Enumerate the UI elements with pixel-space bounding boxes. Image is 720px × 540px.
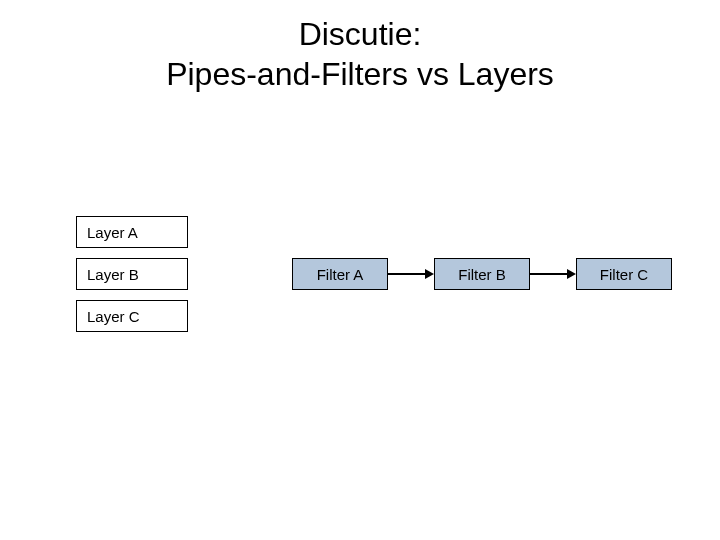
filter-label: Filter B [458,266,506,283]
filters-pipeline: Filter A Filter B Filter C [292,258,672,290]
filter-box-b: Filter B [434,258,530,290]
layer-label: Layer C [87,308,140,325]
layers-stack: Layer A Layer B Layer C [76,216,188,342]
layer-label: Layer A [87,224,138,241]
layer-box-b: Layer B [76,258,188,290]
filter-label: Filter A [317,266,364,283]
arrow-right-icon [388,273,434,275]
filter-box-c: Filter C [576,258,672,290]
layer-label: Layer B [87,266,139,283]
layer-box-a: Layer A [76,216,188,248]
layer-box-c: Layer C [76,300,188,332]
title-line-1: Discutie: [299,16,422,52]
slide-title: Discutie: Pipes-and-Filters vs Layers [0,0,720,94]
title-line-2: Pipes-and-Filters vs Layers [166,56,554,92]
filter-label: Filter C [600,266,648,283]
filter-box-a: Filter A [292,258,388,290]
arrow-right-icon [530,273,576,275]
